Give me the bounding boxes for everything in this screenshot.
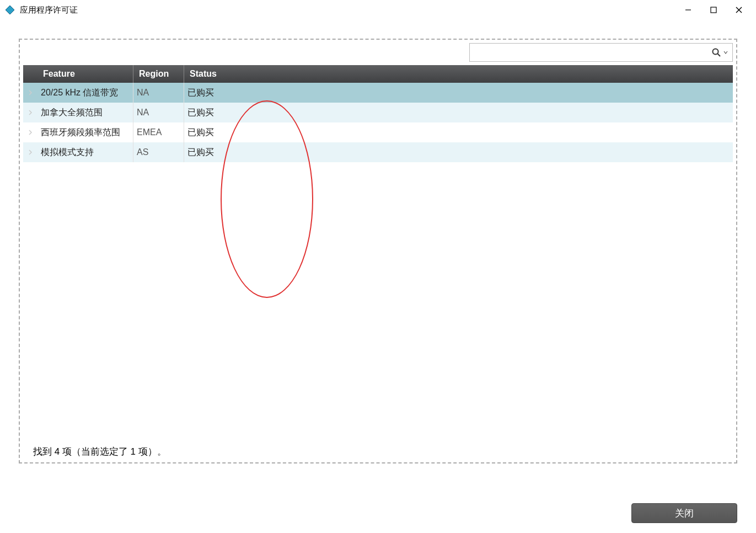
search-button[interactable] [711,47,728,57]
titlebar: 应用程序许可证 [0,0,756,20]
content-panel: Feature Region Status 20/25 kHz 信道带宽NA已购… [19,39,737,463]
app-icon [4,4,15,15]
maximize-button[interactable] [701,2,726,18]
search-row [23,43,733,62]
expand-chevron-icon[interactable] [23,103,37,122]
table-row[interactable]: 加拿大全频范围NA已购买 [23,103,733,122]
column-header-feature[interactable]: Feature [37,65,133,83]
svg-rect-2 [711,7,716,13]
search-icon [711,47,721,57]
svg-point-5 [713,49,719,55]
table-row[interactable]: 西班牙频段频率范围EMEA已购买 [23,122,733,142]
footer: 关闭 [631,503,737,523]
cell-status: 已购买 [184,142,235,162]
column-header-region[interactable]: Region [133,65,184,83]
close-button[interactable]: 关闭 [631,503,737,523]
table-row[interactable]: 20/25 kHz 信道带宽NA已购买 [23,83,733,103]
cell-feature: 20/25 kHz 信道带宽 [37,83,133,103]
expand-chevron-icon[interactable] [23,142,37,162]
svg-line-6 [718,54,721,57]
window-title: 应用程序许可证 [20,5,675,15]
svg-marker-0 [6,6,14,14]
table-row[interactable]: 模拟模式支持AS已购买 [23,142,733,162]
search-input[interactable] [474,44,711,61]
cell-feature: 模拟模式支持 [37,142,133,162]
cell-status: 已购买 [184,83,235,103]
status-text: 找到 4 项（当前选定了 1 项）。 [33,445,167,458]
chevron-down-icon [723,50,728,55]
column-expand [23,65,37,83]
expand-chevron-icon[interactable] [23,122,37,142]
cell-region: AS [133,142,184,162]
cell-feature: 加拿大全频范围 [37,103,133,122]
cell-feature: 西班牙频段频率范围 [37,122,133,142]
close-window-button[interactable] [726,2,752,18]
search-box[interactable] [469,43,733,62]
minimize-button[interactable] [675,2,701,18]
cell-region: NA [133,103,184,122]
window-controls [675,2,752,18]
expand-chevron-icon[interactable] [23,83,37,103]
table-body: 20/25 kHz 信道带宽NA已购买加拿大全频范围NA已购买西班牙频段频率范围… [23,83,733,162]
cell-region: EMEA [133,122,184,142]
table-header: Feature Region Status [23,65,733,83]
cell-status: 已购买 [184,103,235,122]
column-header-status[interactable]: Status [184,65,235,83]
cell-status: 已购买 [184,122,235,142]
cell-region: NA [133,83,184,103]
